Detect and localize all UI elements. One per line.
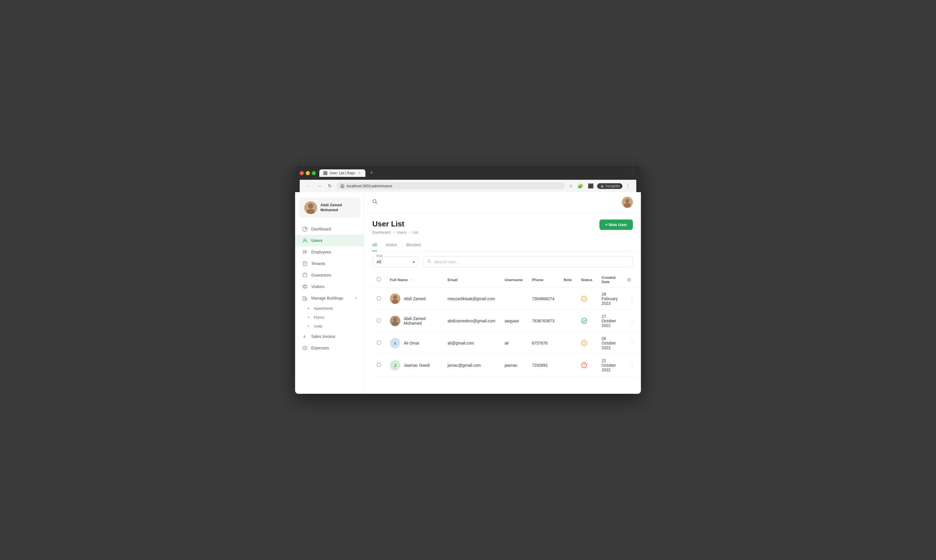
browser-actions: ☆ 🧩 ⬛ 🕵 Incognito ⋮	[568, 182, 632, 190]
sidebar-item-invoice-label: Sales Invoice	[311, 334, 335, 339]
expenses-icon	[302, 345, 308, 351]
guarantors-icon	[302, 272, 308, 278]
row-checkbox[interactable]	[377, 297, 381, 300]
svg-text:i: i	[583, 297, 584, 301]
sidebar-item-visitors[interactable]: Visitors	[295, 281, 364, 292]
table-row: Abdi Zamed Mohamed abdizamedmo@gmail.com…	[373, 310, 641, 332]
browser-more-button[interactable]: ⋮	[625, 182, 632, 190]
new-user-button[interactable]: + New User	[599, 220, 633, 230]
th-checkbox	[373, 272, 385, 288]
tab-blocked[interactable]: Blocked	[406, 239, 421, 251]
minimize-traffic-light[interactable]	[306, 171, 310, 175]
sidebar-subitem-apartments-label: Apartments	[314, 306, 333, 311]
row-created-date: 28 February 2023	[597, 288, 622, 310]
breadcrumb-list: List	[413, 230, 418, 234]
search-input[interactable]	[434, 260, 628, 264]
back-button[interactable]: ←	[304, 182, 313, 190]
reload-button[interactable]: ↻	[326, 182, 333, 190]
top-bar	[364, 192, 641, 212]
secure-icon	[340, 184, 344, 188]
sidebar-item-tenants-label: Tenants	[311, 261, 325, 266]
row-checkbox[interactable]	[377, 341, 381, 345]
filter-icon[interactable]: ⊟	[627, 277, 631, 282]
users-table: Full Name ↑ Email Username Phone Role St…	[373, 272, 641, 377]
row-name-cell: J Jaamac Geedi	[385, 354, 443, 377]
row-menu-button[interactable]: ⋮	[627, 339, 637, 347]
svg-point-11	[304, 286, 306, 288]
svg-text:🕵: 🕵	[600, 185, 604, 188]
tab-title: User: List | Rays	[329, 171, 355, 175]
tab-all[interactable]: All	[373, 239, 377, 251]
sidebar-item-tenants[interactable]: Tenants	[295, 258, 364, 269]
forward-button[interactable]: →	[315, 182, 323, 190]
user-cell: A Ali Omar	[390, 338, 438, 348]
browser-profile-button[interactable]: ⬛	[587, 182, 595, 190]
row-role	[559, 288, 576, 310]
row-role	[559, 332, 576, 354]
svg-rect-14	[305, 298, 307, 300]
users-table-body: Abdi Zamed meyzartiktaak@gmail.com 73648…	[373, 288, 641, 377]
row-name-cell: Abdi Zamed	[385, 288, 443, 310]
tab-active[interactable]: Active	[386, 239, 397, 251]
sidebar-user-name: Abdi Zamed Mohamed	[320, 203, 342, 212]
svg-marker-16	[303, 346, 307, 350]
th-email: Email	[443, 272, 500, 288]
browser-window: User: List | Rays ✕ + ⋮ ← → ↻ localhost:…	[295, 166, 641, 394]
sidebar-item-manage-buildings[interactable]: Manage Buildings ▾	[295, 292, 364, 304]
sidebar-item-users[interactable]: Users	[295, 235, 364, 246]
row-checkbox[interactable]	[377, 363, 381, 367]
sidebar-subitem-apartments[interactable]: Apartments	[295, 304, 364, 313]
th-full-name[interactable]: Full Name ↑	[385, 272, 443, 288]
extensions-button[interactable]: 🧩	[576, 182, 584, 190]
row-menu-button[interactable]: ⋮	[627, 361, 637, 369]
sidebar-subitem-units[interactable]: Units	[295, 322, 364, 331]
filters-row: Role All Admin User Manager ▾	[364, 251, 641, 272]
row-phone: 7292892	[527, 354, 559, 377]
role-select[interactable]: All Admin User Manager	[373, 256, 419, 267]
status-warning-icon: i	[581, 295, 587, 302]
sidebar-item-guarantors[interactable]: Guarantors	[295, 269, 364, 281]
top-avatar[interactable]	[622, 197, 633, 208]
sidebar-item-dashboard[interactable]: Dashboard	[295, 223, 364, 235]
row-email: abdizamedmo@gmail.com	[443, 310, 500, 332]
th-actions: ⊟	[622, 272, 641, 288]
select-all-checkbox[interactable]	[377, 277, 381, 281]
sidebar-item-expenses[interactable]: Expenses	[295, 342, 364, 354]
table-header-row: Full Name ↑ Email Username Phone Role St…	[373, 272, 641, 288]
row-email: ali@gmail.com	[443, 332, 500, 354]
row-full-name: Abdi Zamed	[404, 297, 425, 301]
bookmark-button[interactable]: ☆	[568, 182, 574, 190]
user-cell: Abdi Zamed	[390, 294, 438, 304]
close-traffic-light[interactable]	[300, 171, 304, 175]
sidebar-item-sales-invoice[interactable]: # Sales Invoice	[295, 331, 364, 342]
sort-icon: ↑	[410, 278, 412, 282]
svg-text:i: i	[583, 341, 584, 345]
tab-favicon	[323, 171, 327, 175]
sidebar-item-employees[interactable]: Employees	[295, 246, 364, 258]
browser-menu-button[interactable]: ⋮	[630, 169, 636, 177]
sidebar-item-visitors-label: Visitors	[311, 284, 325, 289]
sidebar-subitem-floors[interactable]: Floors	[295, 313, 364, 322]
tab-close-button[interactable]: ✕	[357, 171, 361, 175]
svg-text:!: !	[583, 363, 585, 367]
row-full-name: Jaamac Geedi	[404, 363, 430, 368]
sidebar-item-expenses-label: Expenses	[311, 346, 329, 350]
sidebar-subitem-floors-label: Floors	[314, 315, 324, 320]
status-active-icon	[581, 318, 587, 324]
user-profile: Abdi Zamed Mohamed	[299, 198, 360, 217]
fullscreen-traffic-light[interactable]	[312, 171, 316, 175]
search-box	[423, 256, 633, 267]
table-row: A Ali Omar ali@gmail.com ali 6757676	[373, 332, 641, 354]
active-tab[interactable]: User: List | Rays ✕	[319, 169, 365, 177]
row-menu-button[interactable]: ⋮	[627, 295, 637, 303]
row-menu-button[interactable]: ⋮	[627, 317, 637, 325]
sidebar-subitem-units-label: Units	[314, 324, 322, 328]
table-container: Full Name ↑ Email Username Phone Role St…	[364, 272, 641, 377]
new-tab-button[interactable]: +	[368, 169, 376, 177]
row-checkbox[interactable]	[377, 318, 381, 322]
row-username: aaqyaar	[500, 310, 527, 332]
dashboard-icon	[302, 226, 308, 232]
address-bar[interactable]: localhost:3001/admin/users	[336, 182, 565, 189]
svg-point-7	[303, 251, 305, 252]
search-icon[interactable]	[373, 199, 377, 206]
